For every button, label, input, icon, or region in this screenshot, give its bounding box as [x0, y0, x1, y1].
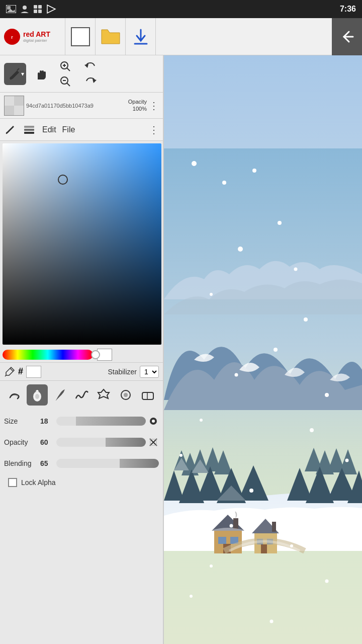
logo-area: r red ART digital painter	[0, 18, 65, 55]
cut-icon	[96, 387, 111, 403]
lock-alpha-row: Lock Alpha	[4, 476, 159, 489]
svg-point-78	[294, 268, 298, 271]
svg-text:r: r	[11, 35, 13, 40]
pressure-icon	[149, 417, 158, 426]
edit-more-button[interactable]: ⋮	[149, 124, 159, 136]
svg-point-76	[278, 221, 282, 225]
brush-tool-button[interactable]: ▾	[4, 63, 26, 85]
svg-rect-63	[233, 518, 238, 529]
winter-scene	[164, 55, 362, 644]
back-arrow-button[interactable]	[332, 18, 362, 55]
opacity-slider[interactable]	[56, 438, 146, 447]
more-options-button[interactable]: ⋮	[149, 100, 159, 112]
zoom-out-button[interactable]	[54, 74, 76, 89]
hand-icon	[33, 66, 48, 82]
svg-point-91	[210, 565, 213, 568]
brush-small-icon	[4, 124, 16, 136]
zoom-buttons	[54, 59, 76, 89]
color-swatch[interactable]	[26, 366, 41, 378]
svg-rect-1	[7, 6, 11, 10]
svg-point-90	[290, 544, 293, 547]
gallery-icon	[6, 5, 16, 13]
back-arrow-icon	[339, 29, 355, 45]
svg-rect-72	[261, 544, 267, 553]
redo-button[interactable]	[79, 74, 102, 89]
rope-icon	[74, 387, 89, 403]
svg-point-87	[345, 459, 349, 462]
svg-point-80	[210, 293, 213, 296]
svg-rect-34	[142, 392, 153, 399]
svg-point-33	[124, 393, 128, 397]
hue-slider[interactable]	[3, 350, 93, 360]
size-slider-row: Size 18	[4, 413, 159, 430]
cut-tool-button[interactable]	[93, 384, 114, 406]
edit-button[interactable]: Edit	[42, 125, 56, 134]
hue-slider-thumb	[91, 350, 100, 359]
size-slider[interactable]	[56, 417, 146, 426]
rope-tool-button[interactable]	[71, 384, 92, 406]
edit-row: Edit File ⋮	[0, 119, 163, 141]
folder-icon	[101, 28, 121, 46]
winter-scene-svg	[164, 55, 362, 644]
svg-point-83	[325, 393, 329, 397]
svg-line-20	[67, 83, 70, 86]
lock-alpha-checkbox[interactable]	[8, 478, 17, 487]
stabilizer-select[interactable]: 1 2 3 4 5	[140, 366, 159, 378]
download-button[interactable]	[126, 18, 156, 55]
svg-point-74	[222, 181, 226, 185]
blending-label: Blending	[4, 459, 39, 467]
tool-row: ▾	[0, 55, 163, 93]
layer-thumbnail[interactable]	[4, 96, 24, 116]
eraser-tool-button[interactable]	[137, 384, 158, 406]
redo-icon	[84, 76, 97, 87]
svg-rect-25	[14, 106, 24, 115]
svg-point-94	[270, 620, 274, 623]
opacity-pressure-icon[interactable]	[148, 437, 159, 448]
canvas-preview-button[interactable]	[65, 18, 96, 55]
folder-button[interactable]	[96, 18, 126, 55]
size-value: 18	[40, 417, 56, 425]
undo-icon	[84, 61, 97, 72]
hash-icon[interactable]: #	[18, 366, 23, 377]
svg-point-85	[310, 428, 314, 432]
content: ▾	[0, 55, 362, 644]
blending-slider-row: Blending 65	[4, 455, 159, 472]
layer-thumb-svg	[5, 96, 24, 115]
undo-button[interactable]	[79, 59, 102, 74]
gradient-dark-overlay	[3, 143, 161, 345]
smear-tool-button[interactable]	[5, 384, 26, 406]
app: r red ART digital painter	[0, 18, 362, 644]
canvas-area[interactable]	[164, 55, 362, 644]
svg-point-88	[249, 489, 253, 493]
size-pressure-icon[interactable]	[148, 416, 159, 427]
play-icon	[46, 5, 56, 14]
svg-marker-8	[47, 5, 55, 13]
svg-rect-69	[272, 522, 276, 532]
svg-rect-27	[24, 129, 34, 131]
svg-marker-21	[84, 64, 88, 68]
color-picker-gradient[interactable]	[3, 143, 161, 345]
svg-point-93	[190, 595, 193, 598]
svg-line-13	[17, 68, 19, 70]
logo-text-block: red ART digital painter	[23, 30, 50, 43]
file-button[interactable]: File	[62, 125, 75, 134]
hand-tool-button[interactable]	[29, 63, 51, 85]
eyedropper-icon[interactable]	[4, 366, 15, 377]
smudge-tool-button[interactable]	[115, 384, 136, 406]
svg-point-82	[235, 373, 238, 377]
feather-tool-button[interactable]	[49, 384, 70, 406]
svg-rect-64	[218, 537, 226, 544]
svg-rect-28	[24, 132, 34, 134]
blending-slider[interactable]	[56, 459, 159, 468]
stabilizer-label: Stabilizer	[108, 368, 137, 376]
svg-line-17	[67, 68, 70, 71]
person-icon	[20, 5, 29, 14]
logo-red: red ART	[23, 30, 50, 38]
zoom-in-button[interactable]	[54, 59, 76, 74]
blending-value: 65	[40, 459, 56, 467]
blob-tool-button[interactable]	[27, 384, 48, 406]
logo-svg: r	[7, 31, 18, 42]
layers-icon	[22, 124, 36, 136]
sliders-section: Size 18 Opacity 60	[0, 409, 163, 493]
left-panel: ▾	[0, 55, 164, 644]
